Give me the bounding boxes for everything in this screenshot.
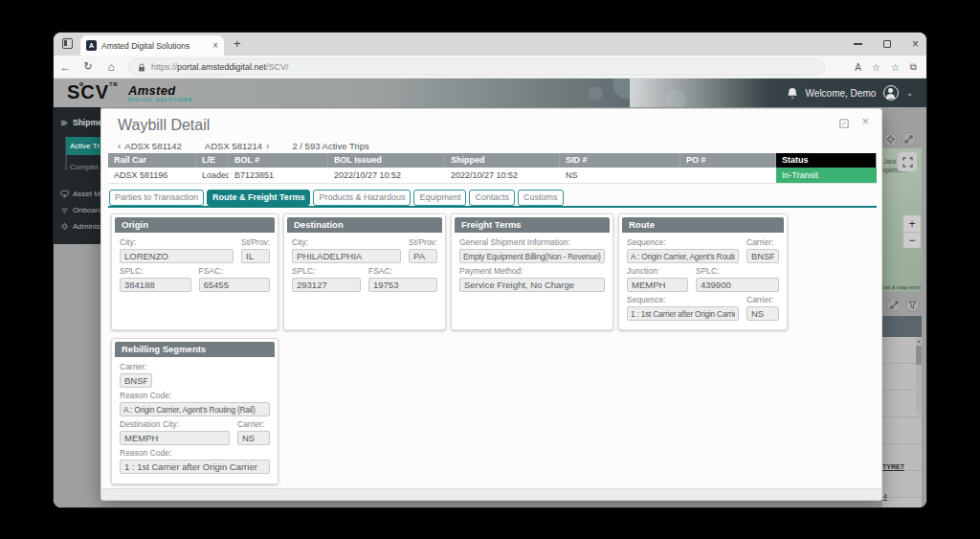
- tab-customs[interactable]: Customs: [518, 190, 564, 206]
- background-link[interactable]: 4: [883, 493, 887, 500]
- app-body: Shipme Active Tr Complet Asset Ma: [54, 107, 926, 507]
- modal-close-icon[interactable]: ×: [861, 115, 869, 127]
- map-zoom-in-button[interactable]: +: [903, 215, 921, 232]
- browser-settings-icon[interactable]: ⧉: [910, 61, 917, 73]
- window-maximize-button[interactable]: [883, 40, 891, 48]
- next-trip-button[interactable]: ADSX 581214 ›: [205, 141, 270, 151]
- origin-stprov-field[interactable]: [241, 249, 270, 263]
- locate-target-icon[interactable]: [883, 132, 898, 146]
- background-map-panel: Jack opkinton + − port a map error: [882, 107, 926, 507]
- notifications-bell-icon[interactable]: [787, 87, 798, 100]
- sidebar-item-administration[interactable]: Administ: [60, 222, 100, 231]
- carrier-label: Carrier:: [237, 419, 270, 429]
- modal-expand-icon[interactable]: [839, 119, 849, 128]
- sidebar-item-onboarding[interactable]: Onboard: [60, 206, 100, 214]
- tab-products-hazardous[interactable]: Products & Hazardous: [313, 190, 411, 206]
- filter-icon[interactable]: [905, 298, 920, 312]
- sidebar-item-completed[interactable]: Complet: [70, 163, 99, 171]
- gear-icon: [60, 222, 69, 231]
- browser-tab[interactable]: A Amsted Digital Solutions ×: [80, 35, 224, 56]
- destination-stprov-field[interactable]: [409, 249, 437, 263]
- route-junction-field[interactable]: [627, 278, 688, 292]
- modal-title: Waybill Detail: [118, 117, 210, 134]
- sidebar-item-shipments[interactable]: Shipme: [60, 118, 100, 127]
- rebilling-carrier1-field[interactable]: [120, 373, 152, 388]
- rebilling-carrier2-field[interactable]: [237, 431, 270, 445]
- destination-fsac-field[interactable]: [368, 278, 437, 292]
- window-minimize-button[interactable]: [854, 43, 862, 45]
- reason-code-label: Reason Code:: [120, 448, 270, 458]
- chevron-right-icon: ›: [266, 141, 269, 151]
- col-header-sid: SID #: [560, 153, 680, 168]
- tab-equipment[interactable]: Equipment: [413, 190, 466, 206]
- destination-city-field[interactable]: [292, 249, 401, 263]
- panel-title: Destination: [287, 217, 442, 233]
- origin-city-field[interactable]: [120, 249, 234, 263]
- user-menu-chevron-icon[interactable]: ⌄: [906, 89, 913, 98]
- cell-le: Loaded: [196, 168, 229, 184]
- origin-splc-field[interactable]: [120, 278, 191, 292]
- table-row[interactable]: ADSX 581196 Loaded B7123851 2022/10/27 1…: [108, 168, 877, 184]
- user-avatar-icon[interactable]: [883, 85, 899, 101]
- new-tab-button[interactable]: +: [234, 36, 241, 51]
- background-link[interactable]: TYRET: [882, 463, 904, 470]
- carrier-label: Carrier:: [746, 295, 779, 304]
- scrollbar-thumb[interactable]: [916, 346, 922, 365]
- general-shipment-info-field[interactable]: [459, 249, 605, 263]
- origin-panel: Origin City: St/Prov: SPLC: FSAC:: [111, 213, 278, 330]
- rebilling-destination-city-field[interactable]: [120, 431, 230, 445]
- expand-arrows-icon[interactable]: [902, 132, 916, 146]
- route-splc-field[interactable]: [696, 278, 779, 292]
- app-header: SCVTM Amsted DIGITAL SOLUTIONS Welcome, …: [54, 79, 926, 107]
- route-sequence1-field[interactable]: [627, 249, 739, 263]
- table-row[interactable]: [882, 471, 922, 498]
- splc-label: SPLC:: [696, 266, 779, 276]
- collections-icon[interactable]: ☆: [891, 62, 900, 73]
- shipments-icon: [60, 119, 69, 127]
- tab-actions-icon[interactable]: [62, 38, 73, 49]
- home-icon[interactable]: ⌂: [100, 60, 122, 74]
- address-bar[interactable]: https://portal.amsteddigital.net/SCV/: [128, 58, 825, 76]
- prev-trip-label: ADSX 581142: [124, 141, 182, 151]
- freight-terms-panel: Freight Terms General Shipment Informati…: [451, 213, 613, 330]
- back-icon[interactable]: ←: [54, 61, 77, 73]
- scv-logo: SCVTM: [67, 81, 118, 103]
- tab-parties-to-transaction[interactable]: Parties to Transaction: [109, 190, 204, 206]
- scrollbar[interactable]: ▲: [916, 338, 922, 415]
- map-zoom-out-button[interactable]: −: [903, 232, 921, 248]
- map-attribution[interactable]: port a map error: [882, 284, 921, 290]
- modal-footer: [101, 488, 881, 500]
- route-sequence2-field[interactable]: [627, 306, 739, 321]
- browser-tab-strip: A Amsted Digital Solutions × + ×: [54, 33, 926, 56]
- sidebar-item-label: Administ: [73, 222, 100, 231]
- route-carrier2-field[interactable]: [746, 306, 779, 321]
- rebilling-reason1-field[interactable]: [120, 402, 270, 416]
- scroll-up-icon[interactable]: ▲: [916, 338, 922, 344]
- read-aloud-icon[interactable]: A: [855, 62, 861, 73]
- origin-fsac-field[interactable]: [199, 278, 271, 292]
- col-header-bol-issued: BOL Issued: [328, 153, 445, 168]
- payment-method-field[interactable]: [459, 278, 605, 292]
- table-row[interactable]: [882, 417, 922, 444]
- expand-arrows-icon[interactable]: [887, 298, 902, 312]
- welcome-text: Welcome, Demo: [806, 88, 877, 99]
- chevron-left-icon: ‹: [118, 141, 121, 151]
- sidebar-item-active-trips[interactable]: Active Tr: [66, 137, 100, 155]
- prev-trip-button[interactable]: ‹ ADSX 581142: [118, 141, 182, 151]
- favorites-icon[interactable]: ☆: [872, 62, 880, 73]
- rebilling-reason2-field[interactable]: [120, 460, 270, 474]
- monitor-icon: [60, 190, 69, 198]
- refresh-icon[interactable]: ↻: [77, 60, 100, 73]
- browser-toolbar: ← ↻ ⌂ https://portal.amsteddigital.net/S…: [54, 56, 926, 79]
- route-carrier1-field[interactable]: [746, 249, 779, 263]
- sequence-label: Sequence:: [627, 237, 739, 247]
- tab-contacts[interactable]: Contacts: [469, 190, 515, 206]
- map-fullscreen-button[interactable]: [898, 152, 917, 171]
- destination-splc-field[interactable]: [292, 278, 361, 292]
- tab-route-freight-terms[interactable]: Route & Freight Terms: [207, 190, 310, 206]
- map[interactable]: Jack opkinton + − port a map error: [882, 148, 922, 292]
- window-close-button[interactable]: ×: [912, 38, 919, 50]
- sidebar-item-asset-management[interactable]: Asset Ma: [60, 190, 100, 198]
- tab-close-icon[interactable]: ×: [212, 41, 218, 51]
- splc-label: SPLC:: [292, 266, 361, 276]
